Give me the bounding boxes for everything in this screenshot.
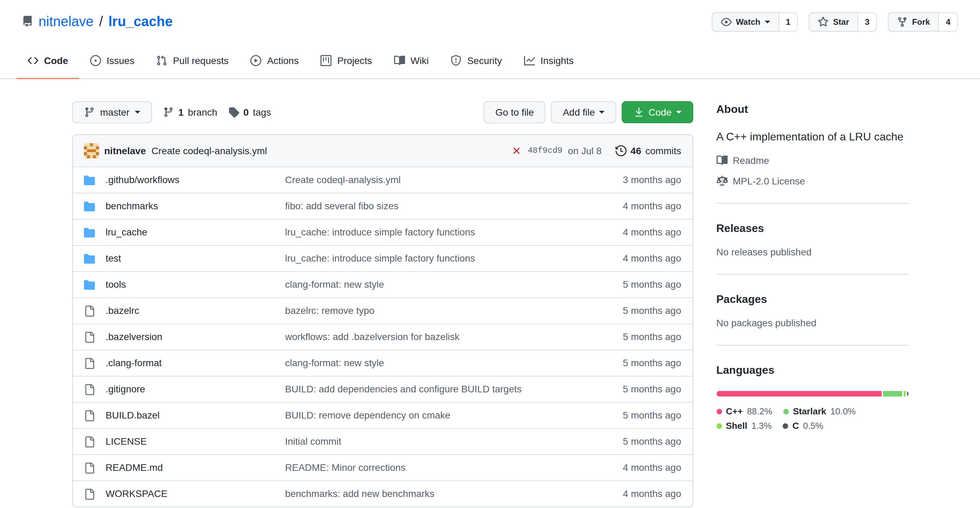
tab-insights[interactable]: Insights bbox=[513, 43, 585, 79]
row-commit-message-link[interactable]: clang-format: new style bbox=[285, 279, 384, 290]
avatar[interactable] bbox=[84, 143, 99, 158]
row-commit-message-link[interactable]: lru_cache: introduce simple factory func… bbox=[285, 227, 475, 238]
watch-button[interactable]: Watch bbox=[712, 13, 779, 32]
row-commit-date: 5 months ago bbox=[585, 330, 681, 344]
row-commit-message-link[interactable]: fibo: add several fibo sizes bbox=[285, 200, 399, 211]
tab-actions[interactable]: Actions bbox=[240, 43, 310, 79]
language-name: Shell bbox=[726, 420, 747, 431]
commit-sha-link[interactable]: 48f9cd9 bbox=[528, 146, 563, 156]
language-dot-icon bbox=[783, 423, 788, 428]
file-name-link[interactable]: benchmarks bbox=[105, 199, 158, 213]
row-commit-message-link[interactable]: lru_cache: introduce simple factory func… bbox=[285, 252, 475, 264]
row-commit-message-link[interactable]: BUILD: add dependencies and configure BU… bbox=[285, 383, 522, 395]
git-pull-request-icon bbox=[156, 55, 167, 66]
branch-name: master bbox=[100, 107, 130, 118]
branches-link[interactable]: 1 branch bbox=[163, 107, 217, 118]
history-icon bbox=[616, 145, 627, 156]
file-name-link[interactable]: .github/workflows bbox=[105, 173, 180, 187]
releases-section: Releases No releases published bbox=[716, 203, 908, 274]
tab-projects[interactable]: Projects bbox=[310, 43, 383, 79]
file-name-link[interactable]: .gitignore bbox=[105, 382, 145, 396]
go-to-file-button[interactable]: Go to file bbox=[484, 101, 546, 123]
book-icon bbox=[394, 55, 405, 66]
branch-word: branch bbox=[188, 107, 217, 118]
file-icon bbox=[84, 358, 95, 369]
language-percent: 1.3% bbox=[751, 420, 772, 431]
file-name-link[interactable]: .bazelrc bbox=[105, 304, 139, 318]
file-name-link[interactable]: BUILD.bazel bbox=[105, 408, 159, 423]
row-commit-message-link[interactable]: workflows: add .bazelversion for bazelis… bbox=[285, 331, 460, 342]
file-name-link[interactable]: lru_cache bbox=[105, 225, 147, 240]
file-name-link[interactable]: .bazelversion bbox=[105, 330, 162, 344]
tab-label: Actions bbox=[267, 55, 299, 66]
row-commit-message-link[interactable]: clang-format: new style bbox=[285, 357, 384, 368]
repo-content: master 1 branch 0 tags Go to file Add bbox=[50, 101, 930, 507]
language-segment bbox=[907, 391, 908, 396]
row-commit-date: 5 months ago bbox=[585, 277, 681, 292]
star-count[interactable]: 3 bbox=[858, 13, 877, 32]
language-legend-item[interactable]: C++ 88.2% bbox=[716, 406, 772, 417]
repo-owner-link[interactable]: nitnelave bbox=[38, 11, 94, 32]
language-legend-item[interactable]: Starlark 10.0% bbox=[783, 406, 856, 417]
x-failed-check-icon[interactable] bbox=[511, 145, 522, 156]
language-legend-item[interactable]: Shell 1.3% bbox=[716, 420, 772, 431]
file-icon bbox=[84, 384, 95, 395]
fork-button[interactable]: Fork bbox=[888, 13, 939, 32]
github-repo-page: nitnelave / lru_cache Watch 1 bbox=[0, 0, 980, 508]
file-name-link[interactable]: WORKSPACE bbox=[105, 487, 167, 501]
star-label: Star bbox=[833, 17, 850, 27]
tab-label: Pull requests bbox=[173, 55, 229, 66]
packages-empty-text: No packages published bbox=[716, 317, 908, 328]
chevron-down-icon bbox=[135, 111, 141, 116]
license-label: MPL-2.0 License bbox=[733, 176, 805, 187]
row-commit-message-link[interactable]: BUILD: remove dependency on cmake bbox=[285, 410, 450, 420]
tab-issues[interactable]: Issues bbox=[79, 43, 145, 79]
repo-forked-icon bbox=[897, 16, 908, 27]
eye-icon bbox=[721, 16, 732, 27]
commit-history-link[interactable]: 46 commits bbox=[616, 145, 681, 156]
fork-group: Fork 4 bbox=[888, 13, 958, 32]
commit-author-link[interactable]: nitnelave bbox=[104, 145, 146, 156]
language-legend-item[interactable]: C 0.5% bbox=[783, 420, 823, 431]
row-commit-message-link[interactable]: benchmarks: add new benchmarks bbox=[285, 488, 434, 499]
latest-commit-bar: nitnelave Create codeql-analysis.yml 48f… bbox=[73, 135, 692, 166]
folder-icon bbox=[84, 279, 95, 290]
commit-message-link[interactable]: Create codeql-analysis.yml bbox=[151, 145, 267, 156]
code-download-button[interactable]: Code bbox=[622, 101, 693, 123]
table-row: test lru_cache: introduce simple factory… bbox=[73, 245, 692, 271]
table-row: LICENSE Initial commit 5 months ago bbox=[73, 428, 692, 454]
watch-count[interactable]: 1 bbox=[779, 13, 798, 32]
tab-label: Wiki bbox=[410, 55, 429, 66]
branch-select-button[interactable]: master bbox=[72, 101, 152, 123]
file-name-link[interactable]: tools bbox=[105, 277, 126, 292]
fork-count[interactable]: 4 bbox=[939, 13, 958, 32]
table-row: .github/workflows Create codeql-analysis… bbox=[73, 166, 692, 193]
add-file-button[interactable]: Add file bbox=[551, 101, 616, 123]
license-link[interactable]: MPL-2.0 License bbox=[716, 176, 908, 187]
row-commit-message-link[interactable]: Initial commit bbox=[285, 436, 341, 447]
row-commit-message-link[interactable]: README: Minor corrections bbox=[285, 462, 406, 473]
star-group: Star 3 bbox=[809, 13, 877, 32]
file-name-link[interactable]: README.md bbox=[105, 460, 163, 475]
tags-link[interactable]: 0 tags bbox=[228, 107, 271, 118]
languages-section: Languages bbox=[716, 345, 908, 447]
readme-link[interactable]: Readme bbox=[716, 155, 908, 166]
tab-security[interactable]: Security bbox=[440, 43, 513, 79]
language-dot-icon bbox=[783, 409, 789, 414]
file-name-link[interactable]: .clang-format bbox=[105, 356, 162, 370]
row-commit-message-link[interactable]: Create codeql-analysis.yml bbox=[285, 174, 401, 185]
repo-name-link[interactable]: lru_cache bbox=[108, 11, 173, 32]
file-icon bbox=[84, 305, 95, 316]
tab-wiki[interactable]: Wiki bbox=[383, 43, 440, 79]
languages-title: Languages bbox=[716, 362, 908, 379]
row-commit-message-link[interactable]: bazelrc: remove typo bbox=[285, 305, 374, 316]
tab-pull-requests[interactable]: Pull requests bbox=[145, 43, 240, 79]
file-name-link[interactable]: test bbox=[105, 251, 121, 266]
file-name-link[interactable]: LICENSE bbox=[105, 435, 147, 449]
tab-code[interactable]: Code bbox=[16, 43, 79, 79]
repo-header: nitnelave / lru_cache Watch 1 bbox=[0, 0, 980, 32]
tab-label: Code bbox=[44, 55, 68, 66]
row-commit-date: 4 months ago bbox=[585, 199, 681, 213]
star-button[interactable]: Star bbox=[809, 13, 858, 32]
row-commit-date: 5 months ago bbox=[585, 382, 681, 396]
